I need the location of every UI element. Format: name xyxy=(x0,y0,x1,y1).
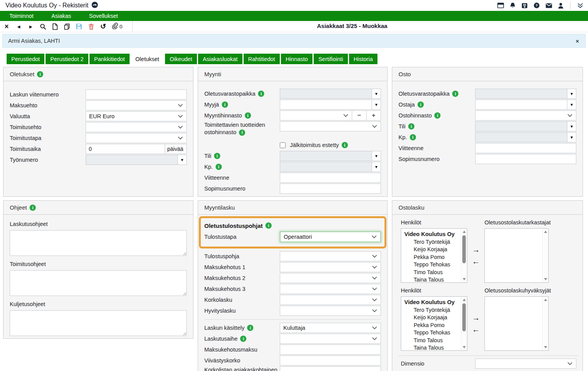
osto-kp-combobox[interactable] xyxy=(475,132,567,142)
tulostustapa-select[interactable]: Operaattori xyxy=(280,231,381,242)
info-icon[interactable]: i xyxy=(216,164,222,170)
new-record-icon[interactable] xyxy=(51,22,58,31)
scroll-thumb[interactable] xyxy=(462,235,466,263)
list-item[interactable]: Taina Talous xyxy=(404,276,459,283)
info-icon[interactable]: i xyxy=(245,112,251,119)
scroll-down-icon[interactable] xyxy=(463,346,466,348)
list-item[interactable]: Teppo Tehokas xyxy=(404,329,459,337)
myynti-kp-combobox[interactable] xyxy=(280,162,372,172)
list-item[interactable]: Timo Talous xyxy=(404,337,459,345)
myyja-combobox[interactable] xyxy=(280,100,372,110)
list-item[interactable]: Teppo Tehokas xyxy=(404,261,459,269)
save-icon[interactable] xyxy=(75,22,82,31)
tulostuspohja-select[interactable] xyxy=(280,251,381,261)
scroll-up-icon[interactable] xyxy=(463,231,466,233)
toolbar-close-icon[interactable]: × xyxy=(3,22,10,31)
list-item[interactable]: Tero Työntekijä xyxy=(404,238,459,246)
info-icon[interactable]: i xyxy=(37,71,43,77)
dimensio-select[interactable] xyxy=(475,359,576,369)
henkilot-listbox-hyvaksyjat[interactable]: Video Koulutus Oy Tero Työntekijä Keijo … xyxy=(401,296,467,351)
info-icon[interactable]: i xyxy=(408,123,414,130)
henkilot-listbox-tarkastajat[interactable]: Video Koulutus Oy Tero Työntekijä Keijo … xyxy=(401,228,467,283)
info-icon[interactable]: i xyxy=(239,130,245,136)
laskun-kasittely-select[interactable]: Kuluttaja xyxy=(280,323,381,333)
myynti-oletusvarastopaikka-dropdown-button[interactable]: ▾ xyxy=(372,89,381,99)
list-item[interactable]: Keijo Korjaaja xyxy=(404,246,459,254)
valuutta-select[interactable]: EUR Euro xyxy=(86,111,187,121)
laskutusohjeet-textarea[interactable] xyxy=(10,230,187,256)
tab-historia[interactable]: Historia xyxy=(349,54,377,64)
tyonumero-dropdown-button[interactable]: ▾ xyxy=(177,155,187,165)
search-icon[interactable] xyxy=(39,22,46,31)
osto-kp-dropdown-button[interactable]: ▾ xyxy=(567,132,576,142)
tab-hinnasto[interactable]: Hinnasto xyxy=(281,54,312,64)
info-icon[interactable]: i xyxy=(265,222,272,229)
toimitusaika-input[interactable] xyxy=(86,144,165,154)
maksukehotus2-select[interactable] xyxy=(280,273,381,283)
osto-viitteenne-input[interactable] xyxy=(475,143,576,153)
card-icon[interactable] xyxy=(521,3,528,9)
ostohinnasto-select[interactable] xyxy=(475,110,576,121)
scroll-up-icon[interactable] xyxy=(463,299,466,301)
info-icon[interactable]: i xyxy=(247,325,253,331)
tab-asiakasluokat[interactable]: Asiakasluokat xyxy=(198,54,242,64)
laskutusaihe-select[interactable] xyxy=(280,334,381,344)
scroll-down-icon[interactable] xyxy=(463,278,466,280)
viivastyskorko-input[interactable] xyxy=(280,355,381,366)
myyntihinnasto-increment-button[interactable]: + xyxy=(366,110,381,121)
scroll-down-icon[interactable] xyxy=(544,278,547,280)
banner-close-icon[interactable]: × xyxy=(576,38,579,44)
scroll-thumb[interactable] xyxy=(462,303,466,331)
help-icon[interactable]: ? xyxy=(534,2,540,9)
tab-rahtitiedot[interactable]: Rahtitiedot xyxy=(244,54,280,64)
delete-icon[interactable] xyxy=(88,22,95,31)
scrollbar[interactable] xyxy=(461,297,467,350)
mail-icon[interactable] xyxy=(546,3,552,8)
tab-oikeudet[interactable]: Oikeudet xyxy=(165,54,197,64)
menu-sovellukset[interactable]: Sovellukset xyxy=(89,13,118,19)
info-icon[interactable]: i xyxy=(222,102,228,108)
myynti-tili-combobox[interactable] xyxy=(280,151,372,161)
tab-oletukset[interactable]: Oletukset xyxy=(131,54,164,64)
myynti-viitteenne-input[interactable] xyxy=(280,173,381,183)
osto-sopimusnumero-input[interactable] xyxy=(475,154,576,164)
window-icon[interactable] xyxy=(497,3,504,8)
info-icon[interactable]: i xyxy=(434,112,441,119)
list-item[interactable]: Tero Työntekijä xyxy=(404,306,459,314)
myyja-dropdown-button[interactable]: ▾ xyxy=(372,100,381,110)
list-item-company[interactable]: Video Koulutus Oy xyxy=(404,299,459,306)
kuljetusohjeet-textarea[interactable] xyxy=(10,310,187,336)
nav-next-icon[interactable]: ▶ xyxy=(27,22,34,31)
info-icon[interactable]: i xyxy=(30,205,36,211)
info-icon[interactable]: i xyxy=(418,102,424,108)
toimitettavien-ostohinnasto-select[interactable] xyxy=(280,121,381,131)
myynti-kp-dropdown-button[interactable]: ▾ xyxy=(372,162,381,172)
move-right-icon[interactable]: → xyxy=(472,246,480,254)
tarkastajat-listbox[interactable] xyxy=(484,228,549,283)
osto-oletusvarastopaikka-combobox[interactable] xyxy=(475,89,567,99)
scroll-up-icon[interactable] xyxy=(544,231,547,233)
myyntihinnasto-select[interactable] xyxy=(280,110,352,121)
copy-icon[interactable] xyxy=(63,22,70,31)
jalkitoimitus-checkbox[interactable] xyxy=(280,142,286,148)
bell-icon[interactable] xyxy=(510,2,516,9)
info-icon[interactable]: i xyxy=(410,134,416,140)
move-left-icon[interactable]: ← xyxy=(472,326,480,333)
scrollbar[interactable] xyxy=(542,229,548,282)
undo-icon[interactable]: ↺ xyxy=(100,22,107,31)
korkolasku-select[interactable] xyxy=(280,295,381,305)
scroll-down-icon[interactable] xyxy=(544,346,547,348)
myynti-sopimusnumero-input[interactable] xyxy=(280,184,381,194)
osto-tili-combobox[interactable] xyxy=(475,121,567,131)
info-icon[interactable]: i xyxy=(342,142,348,148)
maksukehotus3-select[interactable] xyxy=(280,284,381,294)
osto-tili-dropdown-button[interactable]: ▾ xyxy=(567,121,576,131)
move-left-icon[interactable]: ← xyxy=(472,257,480,265)
scrollbar[interactable] xyxy=(542,297,548,350)
info-icon[interactable]: i xyxy=(240,336,246,342)
move-right-icon[interactable]: → xyxy=(472,314,480,322)
info-icon[interactable]: i xyxy=(258,91,264,97)
myyntihinnasto-decrement-button[interactable]: − xyxy=(352,110,367,121)
myynti-oletusvarastopaikka-combobox[interactable] xyxy=(280,89,372,99)
ostaja-combobox[interactable] xyxy=(475,100,567,110)
